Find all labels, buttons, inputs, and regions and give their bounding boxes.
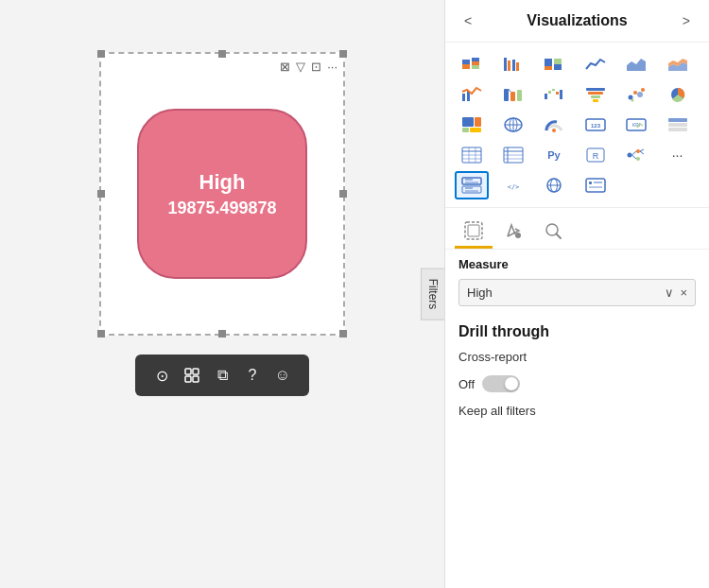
viz-map[interactable] (496, 111, 530, 139)
viz-decomp-tree[interactable] (619, 141, 653, 169)
viz-waterfall[interactable] (537, 80, 571, 109)
svg-rect-7 (472, 61, 479, 65)
sub-tab-analytics[interactable] (534, 216, 572, 249)
viz-area[interactable] (619, 50, 653, 78)
measure-chevron-icon[interactable]: ∨ (665, 285, 674, 300)
handle-bottom-mid[interactable] (218, 330, 226, 337)
filter-icon[interactable]: ▽ (296, 60, 305, 74)
viz-clustered-bar[interactable] (496, 50, 530, 78)
svg-rect-31 (586, 88, 605, 91)
nav-right-arrow[interactable]: > (677, 11, 696, 30)
viz-table[interactable] (455, 141, 489, 169)
pink-card: High 19875.499878 (137, 109, 307, 279)
toggle-switch[interactable] (482, 375, 520, 392)
more-icon[interactable]: ··· (327, 60, 337, 74)
viz-ribbon[interactable] (496, 80, 530, 109)
viz-gauge[interactable] (537, 111, 571, 139)
nav-left-arrow[interactable]: < (458, 11, 477, 30)
svg-rect-27 (548, 91, 551, 94)
toggle-thumb (505, 377, 518, 390)
handle-bottom-right[interactable] (339, 330, 347, 337)
svg-rect-42 (475, 117, 481, 127)
svg-rect-11 (512, 60, 515, 71)
svg-rect-78 (462, 178, 481, 184)
viz-narrative[interactable] (579, 171, 613, 199)
viz-globe[interactable] (537, 171, 571, 199)
filters-tab[interactable]: Filters (421, 268, 444, 320)
svg-text:</>: </> (507, 183, 519, 191)
svg-line-72 (632, 151, 637, 155)
tb-icon-copy[interactable]: ⧉ (209, 362, 235, 389)
viz-card[interactable]: 123 (579, 111, 613, 139)
handle-top-right[interactable] (339, 50, 347, 58)
svg-rect-14 (545, 66, 552, 70)
tb-icon-emoji[interactable]: ☺ (269, 362, 296, 389)
svg-rect-23 (510, 92, 515, 101)
viz-treemap[interactable] (455, 111, 489, 139)
panel-title: Visualizations (527, 12, 627, 29)
viz-r-visual[interactable]: R (579, 141, 613, 169)
svg-rect-30 (560, 90, 562, 99)
toggle-track (482, 375, 520, 392)
viz-python[interactable]: Py (537, 141, 571, 169)
viz-pie[interactable] (661, 80, 695, 109)
viz-matrix[interactable] (496, 141, 530, 169)
svg-point-36 (633, 91, 637, 95)
svg-rect-41 (462, 117, 474, 127)
handle-left-mid[interactable] (97, 190, 105, 198)
handle-top-mid[interactable] (218, 50, 226, 58)
panel-header: < Visualizations > (445, 0, 709, 43)
svg-rect-93 (468, 225, 479, 236)
svg-line-73 (632, 155, 637, 159)
svg-rect-3 (193, 376, 199, 382)
viz-line[interactable] (579, 50, 613, 78)
viz-scatter[interactable] (619, 80, 653, 109)
focus-icon[interactable]: ⊡ (311, 60, 321, 74)
handle-top-left[interactable] (97, 50, 105, 58)
viz-stacked-bar-100[interactable] (537, 50, 571, 78)
viz-stacked-bar[interactable] (455, 50, 489, 78)
svg-line-77 (640, 151, 644, 154)
svg-point-38 (641, 88, 645, 92)
viz-line-clustered[interactable] (455, 80, 489, 109)
toggle-off-label: Off (458, 377, 475, 391)
sub-tab-format[interactable] (494, 216, 532, 249)
canvas-area: Filters ⊠ ▽ ⊡ ··· High 19875.499878 ⊙ (0, 0, 444, 588)
filters-label: Filters (426, 279, 440, 310)
cross-report-label: Cross-report (458, 350, 527, 364)
svg-text:123: 123 (590, 123, 600, 129)
viz-widget[interactable]: ⊠ ▽ ⊡ ··· High 19875.499878 (99, 52, 345, 336)
viz-funnel[interactable] (579, 80, 613, 109)
handle-right-mid[interactable] (339, 190, 347, 198)
measure-dropdown-icons: ∨ × (665, 285, 687, 300)
viz-more[interactable]: ··· (661, 141, 695, 169)
handle-bottom-left[interactable] (97, 330, 105, 337)
svg-rect-34 (593, 99, 598, 102)
svg-text:R: R (592, 151, 598, 161)
svg-rect-2 (185, 376, 191, 382)
tb-icon-table[interactable] (179, 362, 205, 389)
svg-rect-88 (586, 179, 605, 192)
viz-multi-row-card[interactable] (455, 171, 489, 199)
svg-line-25 (509, 89, 510, 92)
toggle-container[interactable]: Off (445, 372, 709, 396)
svg-point-37 (637, 92, 643, 97)
measure-dropdown[interactable]: High ∨ × (458, 279, 696, 306)
viz-stacked-area[interactable] (661, 50, 695, 78)
measure-clear-icon[interactable]: × (680, 285, 687, 300)
svg-rect-89 (589, 182, 592, 184)
svg-rect-55 (668, 123, 687, 127)
viz-kpi[interactable]: KPI (619, 111, 653, 139)
svg-rect-20 (462, 94, 465, 101)
right-panel: < Visualizations > (444, 0, 709, 588)
widget-toolbar: ⊠ ▽ ⊡ ··· (280, 60, 337, 74)
pin-icon[interactable]: ⊠ (280, 60, 290, 74)
viz-html[interactable]: </> (496, 171, 530, 199)
sub-tab-fields[interactable] (455, 216, 493, 249)
tb-icon-stop[interactable]: ⊙ (148, 362, 175, 389)
tb-icon-help[interactable]: ? (239, 362, 266, 389)
svg-rect-1 (193, 369, 199, 374)
svg-rect-28 (552, 89, 555, 91)
viz-slicer[interactable] (661, 111, 695, 139)
bottom-toolbar: ⊙ ⧉ ? ☺ (135, 355, 309, 396)
